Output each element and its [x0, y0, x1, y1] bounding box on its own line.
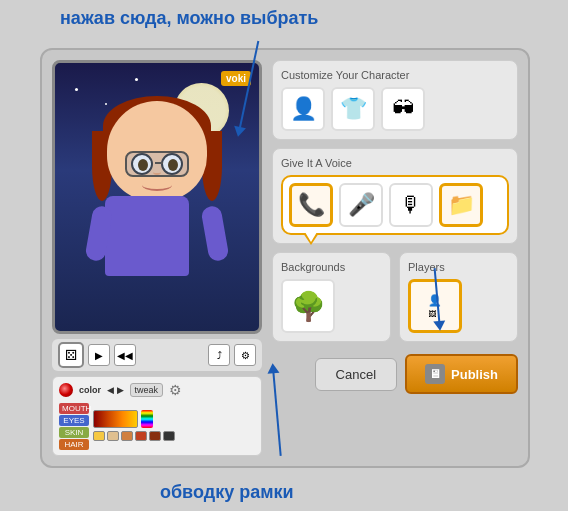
voice-mic-btn[interactable]: 🎤 — [339, 183, 383, 227]
char-head — [107, 101, 207, 201]
color-swatch[interactable] — [93, 410, 138, 428]
play-button[interactable]: ▶ — [88, 344, 110, 366]
players-section: Players 👤🖼 — [399, 252, 518, 342]
mouth-tag: MOUTH — [59, 403, 89, 414]
players-title: Players — [408, 261, 509, 273]
color-panel: color ◀ ▶ tweak ⚙ MOUTH EYES SKIN — [52, 376, 262, 456]
background-tree-btn[interactable]: 🌳 — [281, 279, 335, 333]
eyes-tag: EYES — [59, 415, 89, 426]
swatch-tan[interactable] — [107, 431, 119, 441]
gear-icon[interactable]: ⚙ — [169, 382, 182, 398]
swatch-darkred[interactable] — [149, 431, 161, 441]
customize-icons: 👤 👕 🕶 — [281, 87, 509, 131]
voice-icons: 📞 🎤 🎙 📁 — [289, 183, 501, 227]
skin-tag: SKIN — [59, 427, 89, 438]
hair-tag: HAIR — [59, 439, 89, 450]
customize-person-btn[interactable]: 👤 — [281, 87, 325, 131]
char-torso — [105, 196, 189, 276]
color-dot-icon — [59, 383, 73, 397]
customize-title: Customize Your Character — [281, 69, 509, 81]
publish-icon: 🖥 — [425, 364, 445, 384]
rewind-button[interactable]: ◀◀ — [114, 344, 136, 366]
character-figure — [77, 91, 237, 331]
feature-list: MOUTH EYES SKIN HAIR — [59, 403, 89, 450]
controls-bar: ⚄ ▶ ◀◀ ⤴ ⚙ — [52, 339, 262, 371]
settings-button[interactable]: ⚙ — [234, 344, 256, 366]
color-label: color — [79, 385, 101, 395]
voki-logo: voki — [221, 71, 251, 86]
annotation-top: нажав сюда, можно выбрать — [60, 8, 318, 29]
dice-button[interactable]: ⚄ — [58, 342, 84, 368]
right-panel: Customize Your Character 👤 👕 🕶 Give It A… — [272, 60, 518, 456]
star3 — [135, 78, 138, 81]
tweak-button[interactable]: tweak — [130, 383, 164, 397]
char-mouth — [142, 179, 172, 191]
voice-phone-btn[interactable]: 📞 — [289, 183, 333, 227]
color-swatches-row — [93, 431, 175, 441]
annotation-bottom: обводку рамки — [160, 482, 294, 503]
publish-button[interactable]: 🖥 Publish — [405, 354, 518, 394]
share-button[interactable]: ⤴ — [208, 344, 230, 366]
action-row: Cancel 🖥 Publish — [272, 354, 518, 394]
bottom-row: Backgrounds 🌳 Players 👤🖼 — [272, 252, 518, 342]
voice-mic2-btn[interactable]: 🎙 — [389, 183, 433, 227]
character-preview: voki — [52, 60, 262, 334]
swatch-red[interactable] — [135, 431, 147, 441]
voice-title: Give It A Voice — [281, 157, 509, 169]
left-panel: voki — [52, 60, 262, 456]
swatch-brown[interactable] — [121, 431, 133, 441]
voice-folder-btn[interactable]: 📁 — [439, 183, 483, 227]
backgrounds-title: Backgrounds — [281, 261, 382, 273]
swatch-dark[interactable] — [163, 431, 175, 441]
customize-section: Customize Your Character 👤 👕 🕶 — [272, 60, 518, 140]
char-arm-right — [200, 205, 229, 263]
rainbow-bar[interactable] — [141, 410, 153, 428]
cancel-button[interactable]: Cancel — [315, 358, 397, 391]
customize-glasses-btn[interactable]: 🕶 — [381, 87, 425, 131]
char-nose — [153, 169, 161, 175]
voice-bubble: 📞 🎤 🎙 📁 — [281, 175, 509, 235]
voice-section: Give It A Voice 📞 🎤 🎙 📁 — [272, 148, 518, 244]
swatch-yellow[interactable] — [93, 431, 105, 441]
main-container: voki — [40, 48, 530, 468]
publish-label: Publish — [451, 367, 498, 382]
customize-shirt-btn[interactable]: 👕 — [331, 87, 375, 131]
backgrounds-section: Backgrounds 🌳 — [272, 252, 391, 342]
